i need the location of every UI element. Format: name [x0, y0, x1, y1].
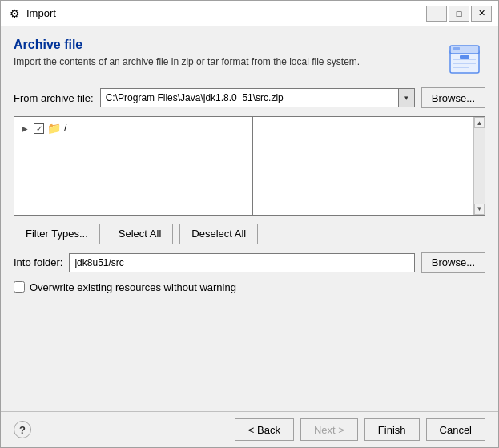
actions-row: Filter Types... Select All Deselect All — [14, 224, 485, 244]
into-folder-row: Into folder: Browse... — [14, 252, 485, 273]
finish-button[interactable]: Finish — [364, 418, 420, 441]
overwrite-label: Overwrite existing resources without war… — [30, 281, 236, 293]
archive-file-browse-button[interactable]: Browse... — [421, 87, 485, 108]
deselect-all-button[interactable]: Deselect All — [179, 224, 258, 244]
section-header: Archive file Import the contents of an a… — [14, 38, 485, 79]
archive-file-input[interactable] — [100, 88, 399, 107]
scroll-track — [474, 128, 485, 204]
archive-icon — [444, 38, 485, 79]
scroll-down-arrow[interactable]: ▼ — [474, 204, 485, 215]
window-controls: ─ □ ✕ — [426, 6, 492, 22]
select-all-button[interactable]: Select All — [107, 224, 173, 244]
svg-rect-3 — [453, 47, 460, 50]
minimize-button[interactable]: ─ — [426, 6, 447, 22]
into-folder-label: Into folder: — [14, 256, 62, 268]
tree-root-checkbox[interactable] — [34, 123, 44, 134]
next-button[interactable]: Next > — [300, 418, 358, 441]
close-button[interactable]: ✕ — [471, 6, 492, 22]
overwrite-row: Overwrite existing resources without war… — [14, 281, 485, 293]
footer-buttons: < Back Next > Finish Cancel — [235, 418, 485, 441]
filter-types-button[interactable]: Filter Types... — [14, 224, 100, 244]
cancel-button[interactable]: Cancel — [426, 418, 485, 441]
overwrite-checkbox[interactable] — [14, 281, 25, 293]
tree-root-label: / — [64, 123, 66, 134]
back-button[interactable]: < Back — [235, 418, 294, 441]
svg-rect-5 — [453, 63, 476, 64]
content-spacer — [14, 301, 485, 401]
archive-file-label: From archive file: — [14, 92, 94, 104]
scroll-up-arrow[interactable]: ▲ — [474, 117, 485, 128]
window-icon: ⚙ — [7, 6, 22, 21]
into-folder-input[interactable] — [69, 253, 414, 272]
import-dialog: ⚙ Import ─ □ ✕ Archive file Import the c… — [0, 0, 499, 448]
archive-file-dropdown-button[interactable]: ▾ — [399, 88, 415, 107]
dialog-content: Archive file Import the contents of an a… — [1, 26, 498, 411]
file-detail-panel: ▲ ▼ — [253, 116, 485, 216]
dialog-footer: ? < Back Next > Finish Cancel — [1, 411, 498, 447]
maximize-button[interactable]: □ — [449, 6, 469, 22]
svg-rect-6 — [453, 67, 469, 68]
right-scrollbar: ▲ ▼ — [473, 117, 485, 215]
panels-row: ▶ 📁 / ▲ ▼ — [14, 116, 485, 216]
section-description: Import the contents of an archive file i… — [14, 55, 436, 69]
tree-expand-icon[interactable]: ▶ — [19, 123, 30, 134]
title-bar: ⚙ Import ─ □ ✕ — [1, 1, 498, 26]
window-title: Import — [26, 7, 426, 19]
archive-file-combo-wrapper: ▾ — [100, 88, 415, 107]
section-title-block: Archive file Import the contents of an a… — [14, 38, 436, 69]
svg-rect-2 — [460, 55, 469, 59]
tree-root-item[interactable]: ▶ 📁 / — [18, 120, 249, 136]
section-title: Archive file — [14, 38, 436, 52]
into-folder-browse-button[interactable]: Browse... — [421, 252, 485, 273]
svg-rect-4 — [453, 59, 476, 60]
tree-folder-icon: 📁 — [47, 122, 61, 135]
archive-file-row: From archive file: ▾ Browse... — [14, 87, 485, 108]
help-button[interactable]: ? — [14, 421, 31, 438]
file-tree-panel[interactable]: ▶ 📁 / — [14, 116, 253, 216]
